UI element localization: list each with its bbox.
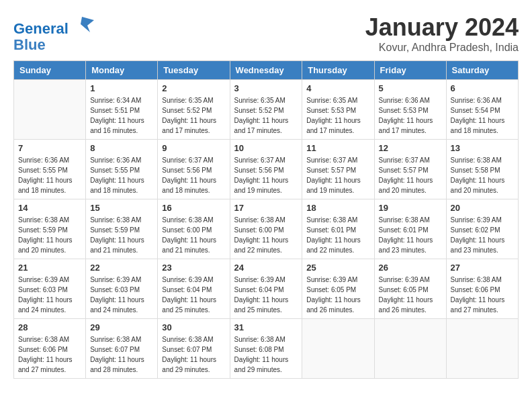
day-info: Sunrise: 6:39 AMSunset: 6:04 PMDaylight:…: [162, 275, 225, 315]
calendar-cell: 9Sunrise: 6:37 AMSunset: 5:56 PMDaylight…: [158, 140, 230, 199]
day-info: Sunrise: 6:36 AMSunset: 5:55 PMDaylight:…: [18, 155, 81, 195]
day-number: 12: [379, 143, 442, 153]
day-number: 13: [451, 143, 514, 153]
calendar-cell: 8Sunrise: 6:36 AMSunset: 5:55 PMDaylight…: [86, 140, 158, 199]
calendar-cell: 13Sunrise: 6:38 AMSunset: 5:58 PMDayligh…: [446, 140, 518, 199]
day-info: Sunrise: 6:37 AMSunset: 5:56 PMDaylight:…: [234, 155, 298, 195]
day-info: Sunrise: 6:35 AMSunset: 5:53 PMDaylight:…: [306, 95, 369, 136]
calendar-cell: 4Sunrise: 6:35 AMSunset: 5:53 PMDaylight…: [302, 80, 374, 140]
calendar-cell: 24Sunrise: 6:39 AMSunset: 6:04 PMDayligh…: [230, 259, 302, 319]
calendar-cell: 16Sunrise: 6:38 AMSunset: 6:00 PMDayligh…: [158, 199, 230, 259]
day-info: Sunrise: 6:36 AMSunset: 5:53 PMDaylight:…: [379, 95, 442, 136]
logo: General Blue: [13, 13, 95, 53]
location: Kovur, Andhra Pradesh, India: [365, 42, 519, 54]
day-info: Sunrise: 6:36 AMSunset: 5:55 PMDaylight:…: [90, 155, 153, 195]
day-info: Sunrise: 6:37 AMSunset: 5:56 PMDaylight:…: [162, 155, 225, 195]
day-info: Sunrise: 6:38 AMSunset: 6:08 PMDaylight:…: [234, 334, 298, 375]
calendar-cell: [14, 80, 86, 140]
day-info: Sunrise: 6:35 AMSunset: 5:52 PMDaylight:…: [162, 95, 225, 136]
day-number: 4: [306, 83, 369, 93]
day-number: 24: [234, 263, 298, 273]
day-info: Sunrise: 6:34 AMSunset: 5:51 PMDaylight:…: [90, 95, 153, 136]
calendar-cell: 11Sunrise: 6:37 AMSunset: 5:57 PMDayligh…: [302, 140, 374, 199]
day-info: Sunrise: 6:38 AMSunset: 6:07 PMDaylight:…: [90, 334, 153, 375]
calendar-cell: 30Sunrise: 6:38 AMSunset: 6:07 PMDayligh…: [158, 319, 230, 379]
day-number: 20: [451, 203, 514, 213]
day-number: 29: [90, 322, 153, 332]
day-number: 6: [451, 83, 514, 93]
calendar-cell: 14Sunrise: 6:38 AMSunset: 5:59 PMDayligh…: [14, 199, 86, 259]
day-number: 19: [379, 203, 442, 213]
calendar-cell: [302, 319, 374, 379]
calendar-cell: 25Sunrise: 6:39 AMSunset: 6:05 PMDayligh…: [302, 259, 374, 319]
calendar-cell: 17Sunrise: 6:38 AMSunset: 6:00 PMDayligh…: [230, 199, 302, 259]
calendar-cell: 31Sunrise: 6:38 AMSunset: 6:08 PMDayligh…: [230, 319, 302, 379]
day-number: 16: [162, 203, 225, 213]
calendar-cell: 28Sunrise: 6:38 AMSunset: 6:06 PMDayligh…: [14, 319, 86, 379]
calendar-cell: [446, 319, 518, 379]
calendar-cell: 26Sunrise: 6:39 AMSunset: 6:05 PMDayligh…: [374, 259, 446, 319]
day-number: 27: [451, 263, 514, 273]
day-number: 9: [162, 143, 225, 153]
day-number: 5: [379, 83, 442, 93]
day-info: Sunrise: 6:38 AMSunset: 6:00 PMDaylight:…: [162, 215, 225, 255]
calendar-cell: 21Sunrise: 6:39 AMSunset: 6:03 PMDayligh…: [14, 259, 86, 319]
day-info: Sunrise: 6:39 AMSunset: 6:03 PMDaylight:…: [90, 275, 153, 315]
day-info: Sunrise: 6:38 AMSunset: 6:07 PMDaylight:…: [162, 334, 225, 375]
weekday-header: Tuesday: [158, 61, 230, 80]
logo-bird-icon: [75, 13, 95, 34]
day-number: 10: [234, 143, 298, 153]
calendar-cell: 27Sunrise: 6:38 AMSunset: 6:06 PMDayligh…: [446, 259, 518, 319]
calendar-cell: 1Sunrise: 6:34 AMSunset: 5:51 PMDaylight…: [86, 80, 158, 140]
weekday-header: Wednesday: [230, 61, 302, 80]
day-number: 30: [162, 322, 225, 332]
day-number: 25: [306, 263, 369, 273]
calendar-cell: 3Sunrise: 6:35 AMSunset: 5:52 PMDaylight…: [230, 80, 302, 140]
day-info: Sunrise: 6:37 AMSunset: 5:57 PMDaylight:…: [306, 155, 369, 195]
day-number: 14: [18, 203, 81, 213]
calendar-cell: 2Sunrise: 6:35 AMSunset: 5:52 PMDaylight…: [158, 80, 230, 140]
weekday-header: Monday: [86, 61, 158, 80]
calendar-cell: 10Sunrise: 6:37 AMSunset: 5:56 PMDayligh…: [230, 140, 302, 199]
day-number: 8: [90, 143, 153, 153]
weekday-header: Saturday: [446, 61, 518, 80]
day-info: Sunrise: 6:38 AMSunset: 6:01 PMDaylight:…: [379, 215, 442, 255]
logo-text: General: [13, 13, 95, 37]
calendar-week-row: 7Sunrise: 6:36 AMSunset: 5:55 PMDaylight…: [14, 140, 519, 199]
day-info: Sunrise: 6:39 AMSunset: 6:05 PMDaylight:…: [379, 275, 442, 315]
calendar-week-row: 1Sunrise: 6:34 AMSunset: 5:51 PMDaylight…: [14, 80, 519, 140]
day-number: 26: [379, 263, 442, 273]
svg-marker-0: [81, 17, 94, 32]
day-number: 28: [18, 322, 81, 332]
day-info: Sunrise: 6:35 AMSunset: 5:52 PMDaylight:…: [234, 95, 298, 136]
month-title: January 2024: [365, 13, 519, 42]
day-number: 23: [162, 263, 225, 273]
day-info: Sunrise: 6:36 AMSunset: 5:54 PMDaylight:…: [451, 95, 514, 136]
day-number: 3: [234, 83, 298, 93]
day-info: Sunrise: 6:39 AMSunset: 6:05 PMDaylight:…: [306, 275, 369, 315]
calendar-cell: [374, 319, 446, 379]
day-number: 22: [90, 263, 153, 273]
calendar-cell: 5Sunrise: 6:36 AMSunset: 5:53 PMDaylight…: [374, 80, 446, 140]
day-info: Sunrise: 6:38 AMSunset: 5:58 PMDaylight:…: [451, 155, 514, 195]
weekday-header: Sunday: [14, 61, 86, 80]
day-number: 21: [18, 263, 81, 273]
day-number: 11: [306, 143, 369, 153]
day-info: Sunrise: 6:39 AMSunset: 6:03 PMDaylight:…: [18, 275, 81, 315]
day-number: 7: [18, 143, 81, 153]
calendar-cell: 19Sunrise: 6:38 AMSunset: 6:01 PMDayligh…: [374, 199, 446, 259]
title-block: January 2024 Kovur, Andhra Pradesh, Indi…: [365, 13, 519, 54]
day-number: 2: [162, 83, 225, 93]
day-info: Sunrise: 6:38 AMSunset: 5:59 PMDaylight:…: [18, 215, 81, 255]
weekday-header: Friday: [374, 61, 446, 80]
calendar-header-row: SundayMondayTuesdayWednesdayThursdayFrid…: [14, 61, 519, 80]
day-number: 15: [90, 203, 153, 213]
calendar-cell: 7Sunrise: 6:36 AMSunset: 5:55 PMDaylight…: [14, 140, 86, 199]
day-info: Sunrise: 6:38 AMSunset: 6:01 PMDaylight:…: [306, 215, 369, 255]
calendar-week-row: 14Sunrise: 6:38 AMSunset: 5:59 PMDayligh…: [14, 199, 519, 259]
calendar-week-row: 21Sunrise: 6:39 AMSunset: 6:03 PMDayligh…: [14, 259, 519, 319]
day-info: Sunrise: 6:37 AMSunset: 5:57 PMDaylight:…: [379, 155, 442, 195]
logo-line1: General: [13, 20, 69, 37]
calendar-week-row: 28Sunrise: 6:38 AMSunset: 6:06 PMDayligh…: [14, 319, 519, 379]
day-number: 1: [90, 83, 153, 93]
